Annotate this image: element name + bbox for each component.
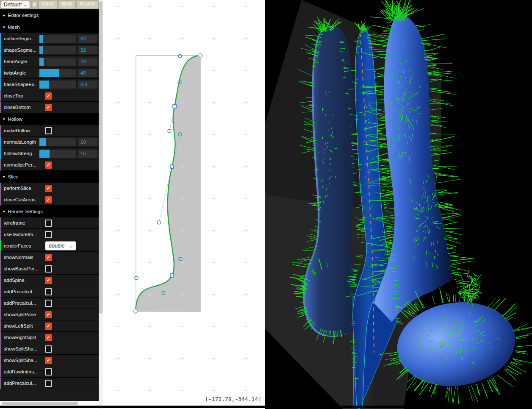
controller-label: closeTop: [4, 93, 39, 98]
controller-row-shapesegme: shapeSegme...32: [0, 45, 99, 56]
checkbox-showsplitsha[interactable]: ✓: [45, 357, 52, 364]
controller-label: addPrecalcul...: [4, 381, 39, 386]
anchor-point[interactable]: [173, 105, 176, 108]
value-input-shapesegme[interactable]: 32: [78, 46, 97, 54]
checkbox-closebottom[interactable]: ✓: [45, 104, 52, 111]
section-header-hollow[interactable]: ▾Hollow: [0, 113, 99, 125]
controller-row-closebottom: closeBottom✓: [0, 102, 99, 113]
controller-label: addSpine: [4, 278, 39, 283]
controller-label: normalsLength: [4, 139, 39, 145]
chevron-down-icon: ⌄: [69, 244, 72, 248]
controller-row-addrawinters: addRawInters...: [0, 366, 99, 378]
controller-sections: ▸Editor settings▾MeshoutlineSegm...64sha…: [0, 9, 99, 389]
slider-shapesegme[interactable]: [39, 46, 76, 54]
checkbox-performslice[interactable]: ✓: [45, 185, 52, 192]
controller-label: normalizePer...: [4, 162, 39, 167]
new-button[interactable]: New: [59, 1, 75, 8]
controller-row-twistangle: twistAngle45: [0, 67, 99, 79]
controller-row-normalizeper: normalizePer...✓: [0, 159, 99, 171]
section-label: Editor settings: [8, 13, 39, 18]
render-view-svg[interactable]: [265, 0, 532, 409]
value-input-normalslength[interactable]: 10: [78, 138, 97, 146]
revert-button[interactable]: Revert: [77, 1, 98, 8]
controller-label: baseShapeEx..: [4, 82, 39, 87]
checkbox-addprecalcul[interactable]: [45, 300, 52, 307]
controller-label: bendAngle: [4, 59, 39, 64]
controller-row-outlinesegm: outlineSegm...64: [0, 33, 99, 45]
value-input-baseshapeex[interactable]: 0.6: [78, 81, 97, 89]
checkbox-showleftsplit[interactable]: ✓: [45, 323, 52, 330]
controller-row-addprecalcul: addPrecalcul...: [0, 298, 99, 309]
save-button[interactable]: Save: [39, 1, 56, 8]
horizontal-scrollbar-thumb[interactable]: [2, 402, 78, 405]
bottom-divider: [0, 406, 532, 408]
slider-outlinesegm[interactable]: [39, 35, 76, 43]
controller-row-shownormals: showNormals✓: [0, 252, 99, 263]
anchor-point[interactable]: [170, 274, 174, 277]
checkbox-showsplitpane[interactable]: ✓: [45, 311, 52, 318]
controller-row-showsplitsha: showSplitSha...✓: [0, 355, 99, 366]
controller-row-closetop: closeTop✓: [0, 90, 99, 102]
controller-row-wireframe: wireframe: [0, 217, 99, 229]
value-input-outlinesegm[interactable]: 64: [78, 35, 97, 43]
controller-row-usetextureim: useTextureIm...: [0, 229, 99, 240]
controller-label: addPrecalcul...: [4, 300, 39, 306]
controller-label: addPrecalcul...: [4, 289, 39, 294]
shape-editor-svg[interactable]: [103, 0, 265, 409]
slider-hollowstreng[interactable]: [39, 150, 76, 158]
checkbox-usetextureim[interactable]: [45, 231, 52, 238]
controller-row-showsplitpane: showSplitPane✓: [0, 309, 99, 320]
dropdown-renderfaces[interactable]: double⌄: [45, 241, 76, 250]
section-label: Mesh: [8, 25, 20, 30]
chevron-down-icon: ⌄: [23, 3, 27, 7]
shape-editor-canvas[interactable]: [-172.78,-344.14]: [103, 0, 265, 409]
vertical-scrollbar[interactable]: [99, 0, 103, 409]
anchor-point[interactable]: [170, 165, 174, 168]
controller-label: showLeftSplit: [4, 323, 39, 328]
checkbox-showsplitsha[interactable]: [45, 345, 52, 353]
controller-row-renderfaces: renderFacesdouble⌄: [0, 240, 99, 252]
slider-baseshapeex[interactable]: [39, 81, 76, 89]
checkbox-shownormals[interactable]: ✓: [45, 254, 52, 261]
value-input-bendangle[interactable]: 23: [78, 58, 97, 66]
controller-row-closecutareas: closeCutAreas✓: [0, 194, 99, 206]
horizontal-scrollbar[interactable]: [0, 401, 99, 406]
section-header-render-settings[interactable]: ▾Render Settings: [0, 206, 99, 217]
render-view-3d[interactable]: [265, 0, 532, 409]
preset-select-value: Default*: [4, 2, 22, 8]
slider-twistangle[interactable]: [39, 69, 76, 77]
checkbox-addrawinters[interactable]: [45, 368, 52, 376]
slider-normalslength[interactable]: [39, 138, 76, 146]
vertical-scrollbar-thumb[interactable]: [99, 1, 103, 314]
app-root: Default* ⌄ ⚙ Save New Revert ▸Editor set…: [0, 0, 532, 409]
section-label: Slice: [8, 174, 19, 179]
slider-fill: [39, 69, 59, 77]
value-input-twistangle[interactable]: 45: [78, 69, 97, 77]
checkbox-wireframe[interactable]: [45, 220, 52, 227]
checkbox-closetop[interactable]: ✓: [45, 92, 52, 100]
section-label: Render Settings: [8, 209, 43, 214]
checkbox-addprecalcul[interactable]: [45, 380, 52, 387]
section-header-mesh[interactable]: ▾Mesh: [0, 21, 99, 33]
value-input-hollowstreng[interactable]: 15: [78, 150, 97, 158]
controller-label: wireframe: [4, 220, 39, 225]
controller-label: showSplitSha...: [4, 346, 39, 351]
controller-row-bendangle: bendAngle23: [0, 56, 99, 67]
dropdown-value: double: [49, 243, 65, 249]
slider-bendangle[interactable]: [39, 58, 76, 66]
preset-select[interactable]: Default* ⌄: [1, 1, 30, 9]
controller-row-normalslength: normalsLength10: [0, 136, 99, 148]
checkbox-closecutareas[interactable]: ✓: [45, 196, 52, 203]
gear-icon[interactable]: ⚙: [32, 1, 37, 8]
checkbox-addprecalcul[interactable]: [45, 288, 52, 295]
checkbox-addspine[interactable]: ✓: [45, 277, 52, 284]
section-header-editor-settings[interactable]: ▸Editor settings: [0, 9, 99, 21]
slider-fill: [39, 138, 46, 146]
checkbox-showrightsplit[interactable]: ✓: [45, 334, 52, 341]
checkbox-normalizeper[interactable]: ✓: [45, 161, 52, 169]
controller-row-hollowstreng: hollowStreng...15: [0, 148, 99, 159]
section-header-slice[interactable]: ▾Slice: [0, 171, 99, 183]
checkbox-makehollow[interactable]: [45, 127, 52, 134]
checkbox-showbasicper[interactable]: [45, 265, 52, 273]
controller-label: showRightSplit: [4, 335, 39, 340]
